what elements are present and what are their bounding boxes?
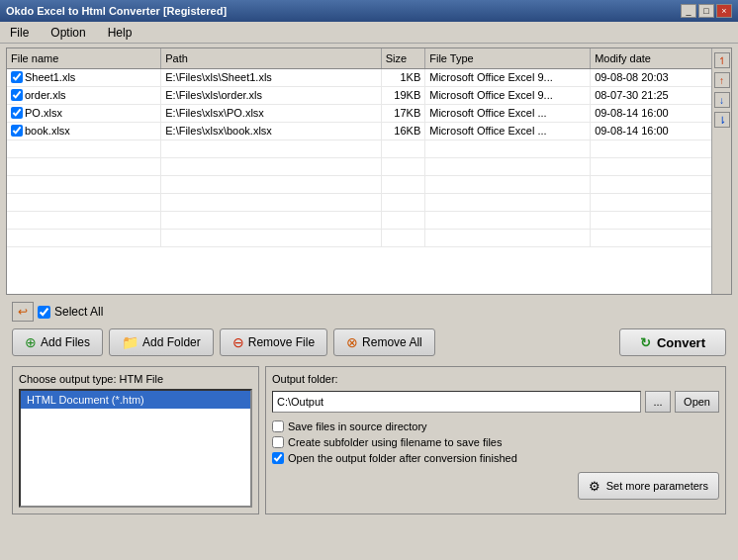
output-type-panel: Choose output type: HTM File HTML Docume… <box>12 366 259 514</box>
cell-size: 1KB <box>381 68 425 86</box>
file-table: File name Path Size File Type Modify dat… <box>7 48 711 247</box>
more-params-label: Set more parameters <box>606 480 708 492</box>
add-files-label: Add Files <box>41 335 90 349</box>
select-all-checkbox[interactable] <box>38 306 50 319</box>
file-list-wrapper: File name Path Size File Type Modify dat… <box>6 47 732 295</box>
add-files-button[interactable]: ⊕ Add Files <box>12 328 103 356</box>
remove-all-label: Remove All <box>362 335 422 349</box>
close-button[interactable]: × <box>716 4 732 18</box>
file-name: book.xlsx <box>25 125 70 137</box>
col-header-name: File name <box>7 48 161 68</box>
cell-date: 09-08-14 16:00 <box>591 104 711 122</box>
cell-date: 09-08-08 20:03 <box>591 68 711 86</box>
cell-name: PO.xlsx <box>7 104 161 122</box>
row-checkbox[interactable] <box>11 71 23 83</box>
bottom-panel: Choose output type: HTM File HTML Docume… <box>6 366 732 514</box>
table-row: order.xls E:\Files\xls\order.xls 19KB Mi… <box>7 86 711 104</box>
cell-size: 17KB <box>381 104 425 122</box>
remove-all-icon: ⊗ <box>346 334 358 350</box>
table-row: Sheet1.xls E:\Files\xls\Sheet1.xls 1KB M… <box>7 68 711 86</box>
cell-size: 16KB <box>381 122 425 140</box>
save-source-label: Save files in source directory <box>288 420 427 432</box>
col-header-path: Path <box>161 48 382 68</box>
browse-button[interactable]: ... <box>645 391 671 413</box>
menu-file[interactable]: File <box>4 24 35 42</box>
cell-type: Microsoft Office Excel ... <box>425 104 591 122</box>
open-folder-button[interactable]: Open <box>675 391 719 413</box>
remove-file-label: Remove File <box>248 335 315 349</box>
cell-type: Microsoft Office Excel 9... <box>425 86 591 104</box>
col-header-size: Size <box>381 48 425 68</box>
row-checkbox[interactable] <box>11 125 23 137</box>
add-folder-label: Add Folder <box>142 335 201 349</box>
empty-row <box>7 211 711 229</box>
empty-row <box>7 175 711 193</box>
remove-file-button[interactable]: ⊖ Remove File <box>220 328 327 356</box>
add-files-icon: ⊕ <box>25 334 37 350</box>
cell-path: E:\Files\xlsx\PO.xlsx <box>161 104 382 122</box>
move-bottom-button[interactable]: ⇂ <box>714 112 730 128</box>
select-all-label: Select All <box>54 305 103 319</box>
convert-label: Convert <box>657 335 705 350</box>
move-up-button[interactable]: ↑ <box>714 72 730 88</box>
title-bar: Okdo Excel to Html Converter [Registered… <box>0 0 738 22</box>
col-header-date: Modify date <box>591 48 711 68</box>
row-checkbox[interactable] <box>11 107 23 119</box>
output-folder-input[interactable] <box>272 391 641 413</box>
move-top-button[interactable]: ↿ <box>714 52 730 68</box>
menu-bar: File Option Help <box>0 22 738 44</box>
remove-file-icon: ⊖ <box>232 334 244 350</box>
table-row: book.xlsx E:\Files\xlsx\book.xlsx 16KB M… <box>7 122 711 140</box>
cell-type: Microsoft Office Excel ... <box>425 122 591 140</box>
cell-path: E:\Files\xlsx\book.xlsx <box>161 122 382 140</box>
remove-all-button[interactable]: ⊗ Remove All <box>333 328 435 356</box>
open-after-label: Open the output folder after conversion … <box>288 452 517 464</box>
cell-path: E:\Files\xls\order.xls <box>161 86 382 104</box>
window-title: Okdo Excel to Html Converter [Registered… <box>6 5 227 17</box>
set-more-params-button[interactable]: ⚙ Set more parameters <box>578 472 719 500</box>
cell-type: Microsoft Office Excel 9... <box>425 68 591 86</box>
side-arrows: ↿ ↑ ↓ ⇂ <box>711 48 731 294</box>
window-controls: _ □ × <box>681 4 732 18</box>
menu-help[interactable]: Help <box>102 24 138 42</box>
move-down-button[interactable]: ↓ <box>714 92 730 108</box>
cell-name: order.xls <box>7 86 161 104</box>
output-type-item-htm[interactable]: HTML Document (*.htm) <box>21 391 250 409</box>
back-button[interactable]: ↩ <box>12 302 34 322</box>
option-save-source: Save files in source directory <box>272 420 719 432</box>
open-after-checkbox[interactable] <box>272 452 284 464</box>
cell-size: 19KB <box>381 86 425 104</box>
menu-option[interactable]: Option <box>45 24 91 42</box>
create-subfolder-label: Create subfolder using filename to save … <box>288 436 502 448</box>
empty-row <box>7 157 711 175</box>
empty-row <box>7 229 711 246</box>
file-name: PO.xlsx <box>25 107 62 119</box>
output-type-current: HTM File <box>120 373 164 385</box>
row-checkbox[interactable] <box>11 89 23 101</box>
create-subfolder-checkbox[interactable] <box>272 436 284 448</box>
cell-date: 09-08-14 16:00 <box>591 122 711 140</box>
cell-name: book.xlsx <box>7 122 161 140</box>
option-open-after: Open the output folder after conversion … <box>272 452 719 464</box>
file-table-scroll[interactable]: File name Path Size File Type Modify dat… <box>7 48 711 294</box>
empty-row <box>7 193 711 211</box>
output-folder-panel: Output folder: ... Open Save files in so… <box>265 366 726 514</box>
cell-date: 08-07-30 21:25 <box>591 86 711 104</box>
maximize-button[interactable]: □ <box>698 4 714 18</box>
add-folder-icon: 📁 <box>122 334 138 350</box>
action-buttons-row: ⊕ Add Files 📁 Add Folder ⊖ Remove File ⊗… <box>6 325 732 360</box>
select-all-row: ↩ Select All <box>6 299 732 325</box>
output-type-label: Choose output type: HTM File <box>19 373 252 385</box>
cell-path: E:\Files\xls\Sheet1.xls <box>161 68 382 86</box>
empty-row <box>7 140 711 157</box>
col-header-type: File Type <box>425 48 591 68</box>
file-name: order.xls <box>25 89 66 101</box>
convert-button[interactable]: ↻ Convert <box>619 328 726 356</box>
save-source-checkbox[interactable] <box>272 420 284 432</box>
convert-icon: ↻ <box>640 335 651 350</box>
table-row: PO.xlsx E:\Files\xlsx\PO.xlsx 17KB Micro… <box>7 104 711 122</box>
minimize-button[interactable]: _ <box>681 4 696 18</box>
cell-name: Sheet1.xls <box>7 68 161 86</box>
output-type-list[interactable]: HTML Document (*.htm) <box>19 389 252 508</box>
add-folder-button[interactable]: 📁 Add Folder <box>109 328 214 356</box>
